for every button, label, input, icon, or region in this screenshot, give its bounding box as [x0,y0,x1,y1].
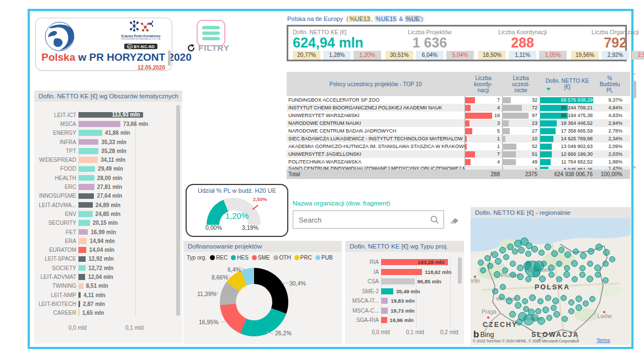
table-row[interactable]: POLITECHNIKA WARSZAWSKA44911 764 652,521… [287,158,630,166]
bar[interactable] [78,283,83,289]
bar[interactable] [78,157,98,163]
bar[interactable] [78,301,80,307]
thematic-bar-row[interactable]: LEIT-ICT113,93 mln [34,110,176,119]
col-header-org[interactable]: Polscy uczestnicy projektów - TOP 10 [287,81,464,87]
scroll-down-icon[interactable]: v [631,165,638,170]
scrollbar-thumb[interactable] [633,81,636,98]
map-bubble[interactable] [603,277,609,283]
title-scrollbar-thumb[interactable] [168,50,171,66]
thematic-bar-row[interactable]: FET16,99 mln [34,228,176,236]
type-bar-row[interactable]: RIA193,28 mln [347,257,458,267]
map-bubble[interactable] [535,308,541,314]
map-bubble[interactable] [561,295,567,301]
bar[interactable] [78,211,93,217]
map-bubble[interactable] [562,316,568,322]
thematic-bar-row[interactable]: ERA14,94 mln [34,236,176,245]
map-bubble[interactable] [558,247,564,253]
col-header-uczestnictwa[interactable]: Liczba uczest- nictw [502,75,540,93]
col-header-budzet-pct[interactable]: % Budżetu PL [595,75,625,93]
bar[interactable] [78,202,93,208]
chart-scrollbar-thumb[interactable] [176,105,180,316]
thematic-bar-row[interactable]: ENERGY41,86 mln [34,129,176,138]
map-bubble[interactable] [588,248,594,255]
table-row[interactable]: SIEC BADAWCZA LUKASIEWICZ - INSTYTUT TEC… [287,135,630,142]
map-bubble[interactable] [583,300,589,307]
bar[interactable] [381,269,422,275]
table-row[interactable]: AKADEMIA GORNICZO-HUTNICZA IM. STANISLAW… [287,142,630,150]
thematic-bar-row[interactable]: TPT35,28 mln [34,146,176,155]
map-bubble[interactable] [579,272,585,278]
bar[interactable] [78,310,80,316]
map-bubble[interactable] [545,295,551,301]
map-bubble[interactable] [510,272,516,278]
map-bubble[interactable] [548,272,555,278]
bar[interactable] [381,288,393,294]
map-bubble[interactable] [594,265,601,271]
map-bubble[interactable] [537,317,545,325]
refresh-icon[interactable] [187,44,196,52]
map-bubble[interactable] [553,311,560,318]
map-bubble[interactable] [548,265,555,271]
bar[interactable] [78,220,90,226]
table-row[interactable]: NARODOWE CENTRUM NAUKI32318 364 446,522,… [287,119,630,127]
bar[interactable]: 193,28 mln [381,259,448,265]
map-bubble[interactable] [595,272,601,278]
type-bar-row[interactable]: SME-235,49 mln [347,287,458,297]
bar[interactable] [78,292,81,298]
thematic-bar-row[interactable]: LEIT-NMP4,11 mln [34,291,176,299]
map-bubble[interactable] [510,261,516,267]
bar[interactable] [381,317,387,323]
map-bubble[interactable] [480,267,486,273]
map-bubble[interactable] [576,304,582,311]
map-bubble[interactable] [484,255,490,261]
thematic-bar-row[interactable]: LEIT-SPACE12,92 mln [34,255,176,263]
map-bubble[interactable] [512,249,518,255]
map-bubble[interactable] [564,251,571,258]
map-bubble[interactable] [546,315,552,321]
type-bar-row[interactable]: CSA96,85 mln [347,277,458,287]
bar[interactable] [78,265,86,271]
thematic-bar-row[interactable]: SECURITY20,15 mln [34,219,176,228]
map-bubble[interactable] [609,256,615,262]
legend-item-PRC[interactable]: PRC [294,255,312,261]
map-bubble[interactable] [579,265,585,271]
bar[interactable] [78,238,87,244]
map-bubble[interactable] [495,258,502,265]
map-bubble[interactable] [499,247,506,254]
map-bubble[interactable] [494,271,500,278]
table-row[interactable]: SANO CENTRUM ZINDYWIDUALIZOWANEJ MEDYCYN… [287,166,630,170]
bar[interactable] [78,139,98,145]
map-bubble[interactable] [516,319,522,325]
map-bubble[interactable] [531,246,538,252]
map-bubble[interactable] [603,249,610,256]
map-bubble[interactable] [576,295,582,302]
map-bubble[interactable] [556,276,562,282]
map-bubble[interactable] [603,261,609,267]
legend-item-REC[interactable]: REC [210,255,228,261]
map-bubble[interactable] [595,244,603,251]
map-bubble[interactable] [518,247,525,254]
map-bubble[interactable] [542,307,549,313]
bar[interactable] [381,308,388,314]
scroll-up-icon[interactable]: ^ [631,72,638,77]
map-bubble[interactable] [529,294,536,301]
map-bubble[interactable] [492,288,498,294]
bar[interactable] [78,130,102,136]
legend-item-OTH[interactable]: OTH [273,255,291,261]
map-bubble[interactable] [571,260,578,267]
search-icon[interactable] [430,215,439,224]
map-bubble[interactable] [537,298,543,304]
table-row[interactable]: UNIWERSYTET WARSZAWSKI199730 194 475,384… [287,112,630,119]
map-terms-link[interactable]: Terms [597,337,610,343]
map-bubble[interactable] [499,294,505,300]
bar[interactable] [78,229,88,235]
map-bubble[interactable] [517,273,524,280]
thematic-bar-row[interactable]: MSCA73,66 mln [34,119,176,128]
bar[interactable] [78,184,94,190]
map-bubble[interactable] [539,250,545,256]
legend-item-PUB[interactable]: PUB [315,255,333,261]
type-bar-row[interactable]: IA118,62 mln [347,267,458,277]
map-bubble[interactable] [551,250,558,257]
map-bubble[interactable] [515,302,521,309]
bar[interactable] [78,121,120,127]
